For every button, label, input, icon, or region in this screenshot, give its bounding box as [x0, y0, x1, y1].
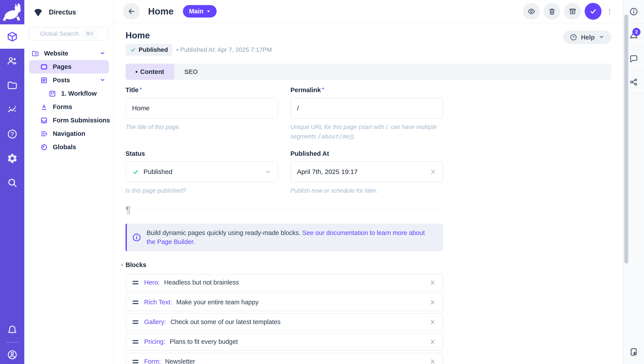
- block-title: Check out some of our latest templates: [170, 318, 280, 326]
- module-search[interactable]: [0, 170, 24, 195]
- permalink-input[interactable]: /: [290, 98, 443, 119]
- module-settings[interactable]: [0, 146, 24, 170]
- module-bar: ?: [0, 0, 24, 364]
- folder-star-icon: [31, 50, 39, 58]
- drag-handle-icon[interactable]: [132, 281, 138, 284]
- trash-icon: [548, 8, 556, 15]
- drag-handle-icon[interactable]: [132, 340, 138, 343]
- sidebar-item-globals[interactable]: Globals: [29, 140, 109, 154]
- global-search-input[interactable]: Global Search ⌘K: [29, 27, 108, 41]
- project-header[interactable]: Directus: [24, 0, 114, 24]
- sidebar-item-posts[interactable]: Posts: [29, 74, 109, 87]
- help-label: Help: [581, 34, 595, 41]
- block-row-rich-text[interactable]: Rich Text: Make your entire team happy: [126, 294, 443, 311]
- sidebar-item-pages[interactable]: Pages: [29, 60, 109, 74]
- chevron-down-icon: [264, 168, 272, 175]
- check-icon: [130, 47, 136, 53]
- block-type: Hero:: [144, 279, 160, 286]
- clipboard-clock-icon: [629, 347, 638, 357]
- delete-button[interactable]: [544, 3, 560, 20]
- blocks-list: Hero: Headless but not brainless Rich Te…: [126, 274, 443, 364]
- cube-icon: [6, 31, 18, 42]
- tasks-sidebar-button[interactable]: [623, 340, 644, 364]
- module-files[interactable]: [0, 73, 24, 97]
- chevron-down-icon[interactable]: [99, 77, 106, 84]
- archive-button[interactable]: [564, 3, 581, 20]
- nav-panel: Directus Global Search ⌘K Website Pages …: [24, 0, 114, 364]
- title-note: The title of this page.: [126, 123, 278, 132]
- block-row-form[interactable]: Form: Newsletter: [126, 353, 443, 364]
- clear-x-icon[interactable]: [430, 168, 436, 175]
- help-circle-icon: ?: [6, 128, 18, 140]
- sidebar-item-forms[interactable]: A Forms: [29, 100, 109, 114]
- status-select[interactable]: Published: [126, 161, 278, 182]
- drag-handle-icon[interactable]: [132, 360, 138, 363]
- info-banner: Build dynamic pages quickly using ready-…: [126, 224, 443, 251]
- header-actions: [523, 3, 614, 20]
- page-scroll-area: Home Published • Published At: Apr 7, 20…: [114, 23, 623, 364]
- more-options-button[interactable]: [605, 8, 614, 15]
- title-value: Home: [132, 104, 150, 112]
- comment-icon: [629, 54, 638, 63]
- page-title: Home: [126, 31, 272, 40]
- account-circle-icon: [6, 349, 18, 360]
- back-button[interactable]: [123, 3, 140, 20]
- module-help[interactable]: ?: [0, 122, 24, 146]
- page-heading-group: Home Published • Published At: Apr 7, 20…: [126, 31, 272, 56]
- remove-block-icon[interactable]: [429, 299, 436, 306]
- block-row-gallery[interactable]: Gallery: Check out some of our latest te…: [126, 313, 443, 331]
- chevron-down-icon[interactable]: [99, 50, 106, 57]
- permalink-value: /: [297, 104, 299, 112]
- kebab-dots-icon: [606, 8, 613, 15]
- title-input[interactable]: Home: [126, 98, 278, 119]
- version-label: Main: [189, 8, 204, 15]
- field-title-label: Title: [126, 86, 138, 94]
- content-header: Home Main: [114, 0, 623, 23]
- directus-logo[interactable]: [0, 0, 24, 24]
- tab-content[interactable]: Content: [126, 64, 174, 80]
- remove-block-icon[interactable]: [429, 338, 436, 345]
- block-row-hero[interactable]: Hero: Headless but not brainless: [126, 274, 443, 291]
- main-content: Home Main: [114, 0, 623, 364]
- published-at-input[interactable]: April 7th, 2025 19:17: [290, 161, 443, 182]
- drag-handle-icon[interactable]: [132, 301, 138, 304]
- sidebar-item-website[interactable]: Website: [29, 47, 109, 60]
- module-users[interactable]: [0, 49, 24, 73]
- field-permalink: Permalink* / Unique URL for this page (s…: [290, 86, 443, 141]
- block-type: Rich Text:: [144, 299, 172, 306]
- block-title: Make your entire team happy: [176, 299, 259, 306]
- status-value: Published: [144, 168, 172, 175]
- sidebar-item-form-submissions[interactable]: Form Submissions: [29, 114, 109, 127]
- block-type: Form:: [144, 358, 161, 364]
- letter-a-icon: A: [40, 103, 48, 111]
- remove-block-icon[interactable]: [429, 358, 436, 364]
- insights-icon: [6, 104, 18, 115]
- block-row-pricing[interactable]: Pricing: Plans to fit every budget: [126, 333, 443, 351]
- tab-bar: Content SEO: [126, 64, 611, 80]
- check-icon: [132, 168, 139, 175]
- divider-line: [138, 210, 443, 210]
- account-menu[interactable]: [0, 345, 24, 364]
- tab-seo[interactable]: SEO: [174, 64, 208, 80]
- remove-block-icon[interactable]: [429, 279, 436, 286]
- sidebar-item-navigation[interactable]: Navigation: [29, 127, 109, 140]
- help-button[interactable]: ? Help: [563, 31, 611, 44]
- block-type: Gallery:: [144, 318, 166, 326]
- published-at-value: April 7th, 2025 19:17: [297, 168, 358, 175]
- module-content[interactable]: [0, 24, 24, 49]
- kanban-icon: [48, 90, 56, 98]
- vertical-scrollbar[interactable]: [624, 15, 628, 264]
- notifications-bell[interactable]: [0, 321, 24, 339]
- sidebar-item-workflow[interactable]: 1. Workflow: [29, 87, 109, 100]
- status-badge: Published: [126, 44, 172, 56]
- drag-handle-icon[interactable]: [132, 320, 138, 324]
- sidebar-item-label: Pages: [53, 63, 72, 70]
- sidebar-item-label: 1. Workflow: [61, 90, 96, 97]
- save-button[interactable]: [585, 3, 602, 20]
- folder-icon: [6, 80, 18, 91]
- svg-text:?: ?: [10, 131, 14, 137]
- version-selector[interactable]: Main: [183, 5, 217, 18]
- remove-block-icon[interactable]: [429, 319, 436, 326]
- preview-button[interactable]: [523, 3, 540, 20]
- module-insights[interactable]: [0, 97, 24, 122]
